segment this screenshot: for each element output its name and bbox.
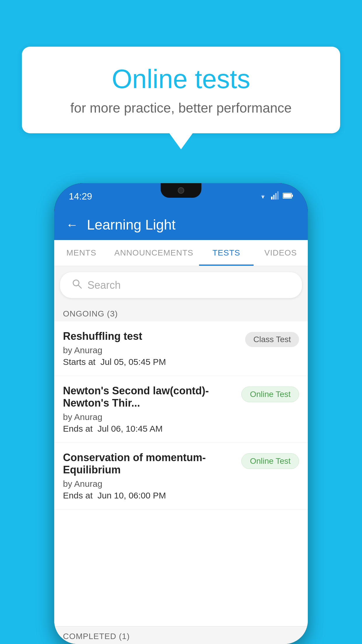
test-info: Newton's Second law(contd)-Newton's Thir… — [63, 385, 241, 434]
wifi-icon — [258, 191, 268, 202]
tab-videos[interactable]: VIDEOS — [254, 240, 308, 266]
test-author: by Anurag — [63, 412, 236, 422]
tab-assignments[interactable]: MENTS — [54, 240, 108, 266]
back-button[interactable]: ← — [66, 218, 78, 232]
test-name: Reshuffling test — [63, 330, 239, 342]
svg-rect-2 — [273, 195, 275, 200]
tabs-bar: MENTS ANNOUNCEMENTS TESTS VIDEOS — [54, 240, 308, 266]
test-name: Conservation of momentum-Equilibrium — [63, 452, 236, 476]
list-item[interactable]: Conservation of momentum-Equilibrium by … — [54, 443, 308, 510]
bubble-title: Online tests — [45, 64, 317, 94]
tab-tests[interactable]: TESTS — [199, 240, 253, 266]
content-area: Search ONGOING (3) Reshuffling test by A… — [54, 266, 308, 644]
status-icons — [258, 191, 293, 202]
test-info: Reshuffling test by Anurag Starts at Jul… — [63, 330, 245, 367]
notch — [161, 183, 201, 198]
svg-rect-4 — [277, 191, 279, 200]
status-badge: Online Test — [241, 386, 299, 402]
speech-bubble: Online tests for more practice, better p… — [22, 47, 340, 133]
bubble-subtitle: for more practice, better performance — [45, 100, 317, 116]
svg-rect-1 — [271, 197, 273, 200]
test-list: Reshuffling test by Anurag Starts at Jul… — [54, 321, 308, 626]
test-name: Newton's Second law(contd)-Newton's Thir… — [63, 385, 236, 409]
speech-bubble-container: Online tests for more practice, better p… — [22, 47, 340, 149]
status-badge: Online Test — [241, 453, 299, 469]
search-bar[interactable]: Search — [60, 272, 302, 298]
test-author: by Anurag — [63, 479, 236, 489]
test-time: Ends at Jun 10, 06:00 PM — [63, 491, 236, 501]
app-title: Learning Light — [87, 217, 175, 233]
list-item[interactable]: Reshuffling test by Anurag Starts at Jul… — [54, 321, 308, 376]
search-icon — [72, 279, 82, 292]
test-author: by Anurag — [63, 345, 239, 355]
search-placeholder: Search — [87, 279, 121, 291]
svg-point-0 — [262, 197, 263, 198]
svg-rect-6 — [292, 195, 293, 197]
status-bar: 14:29 — [54, 183, 308, 209]
ongoing-section-header: ONGOING (3) — [54, 304, 308, 321]
svg-rect-7 — [283, 194, 291, 198]
status-badge: Class Test — [245, 332, 299, 347]
status-time: 14:29 — [69, 191, 92, 202]
svg-rect-3 — [275, 193, 277, 200]
signal-icon — [271, 191, 279, 202]
app-header: ← Learning Light — [54, 209, 308, 240]
test-info: Conservation of momentum-Equilibrium by … — [63, 452, 241, 501]
test-time: Ends at Jul 06, 10:45 AM — [63, 424, 236, 434]
svg-line-9 — [78, 285, 81, 288]
tab-announcements[interactable]: ANNOUNCEMENTS — [108, 240, 199, 266]
completed-section-header: COMPLETED (1) — [54, 626, 308, 644]
phone-frame: 14:29 — [54, 183, 308, 644]
battery-icon — [283, 192, 293, 201]
bubble-arrow — [169, 133, 193, 149]
test-time: Starts at Jul 05, 05:45 PM — [63, 357, 239, 367]
list-item[interactable]: Newton's Second law(contd)-Newton's Thir… — [54, 376, 308, 443]
camera — [178, 187, 184, 194]
